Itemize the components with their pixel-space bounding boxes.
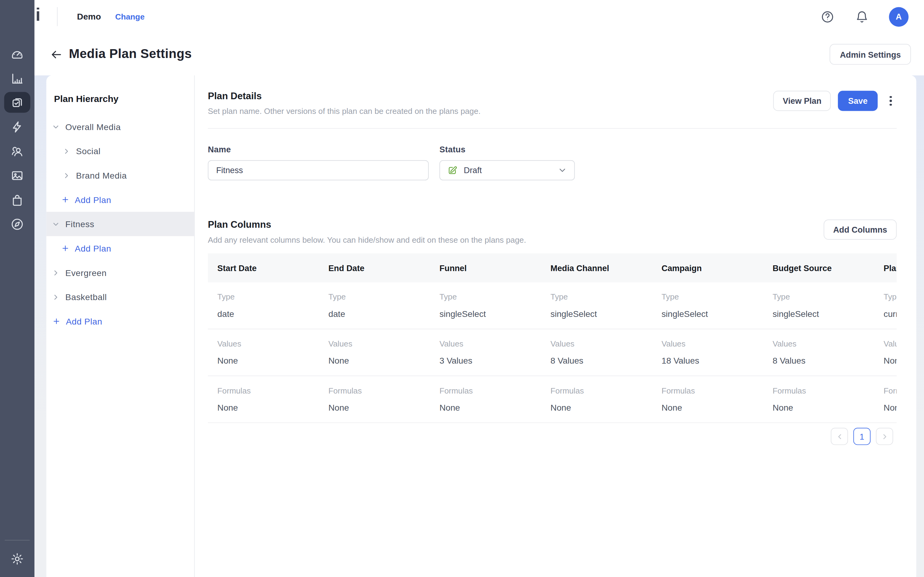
status-label: Status (439, 145, 575, 154)
plan-columns-title: Plan Columns (208, 219, 526, 230)
chevron-down-icon (557, 166, 567, 175)
plan-columns-subtitle: Add any relevant columns below. You can … (208, 236, 526, 245)
tree-item-label: Basketball (65, 292, 107, 301)
formulas-cell[interactable]: FormulasNone (763, 376, 874, 422)
plan-hierarchy-title: Plan Hierarchy (54, 94, 194, 105)
column-header: Plann (874, 263, 897, 272)
pagination: 1 (208, 428, 893, 445)
save-button[interactable]: Save (838, 91, 878, 111)
values-cell[interactable]: Values8 Values (541, 329, 652, 376)
formulas-cell[interactable]: FormulasNone (208, 376, 319, 422)
type-cell[interactable]: Typedate (319, 282, 430, 329)
type-cell[interactable]: Typecurre (874, 282, 897, 329)
tree-item-social[interactable]: Social (47, 139, 194, 163)
values-cell[interactable]: Values18 Values (652, 329, 763, 376)
plus-icon (52, 317, 60, 326)
status-value: Draft (464, 166, 482, 175)
tree-item-evergreen[interactable]: Evergreen (47, 260, 194, 285)
column-header: Media Channel (541, 263, 652, 272)
nav-rail (0, 0, 34, 577)
topbar-divider (57, 7, 57, 26)
values-cell[interactable]: ValuesNone (874, 329, 897, 376)
tree-item-overall-media[interactable]: Overall Media (47, 114, 194, 139)
app-window: alli Demo Change A (0, 0, 924, 577)
tree-item-fitness-selected[interactable]: Fitness (47, 212, 194, 236)
values-cell[interactable]: Values3 Values (430, 329, 541, 376)
chevron-down-icon[interactable] (52, 122, 60, 131)
user-avatar[interactable]: A (889, 7, 908, 26)
tree-item-label: Social (76, 146, 100, 156)
add-plan-label: Add Plan (75, 243, 111, 253)
add-columns-button[interactable]: Add Columns (824, 219, 897, 240)
draft-pencil-icon (447, 165, 458, 176)
automation-lightning-icon[interactable] (0, 114, 34, 139)
add-plan-nested-button[interactable]: Add Plan (47, 236, 194, 260)
page-header: Media Plan Settings Admin Settings (0, 33, 924, 76)
plus-icon (61, 195, 69, 204)
type-cell[interactable]: TypesingleSelect (430, 282, 541, 329)
tree-item-label: Brand Media (76, 171, 127, 180)
active-nav-pill (4, 92, 31, 113)
table-row-values: ValuesNone ValuesNone Values3 Values Val… (208, 329, 897, 376)
plan-name-input[interactable] (208, 160, 429, 181)
content-area: Plan Hierarchy Overall Media Social (0, 76, 924, 577)
pagination-page-1[interactable]: 1 (853, 428, 871, 445)
values-cell[interactable]: ValuesNone (208, 329, 319, 376)
dashboard-icon[interactable] (0, 42, 34, 66)
chevron-right-icon[interactable] (52, 268, 60, 277)
column-header: Budget Source (763, 263, 874, 272)
formulas-cell[interactable]: FormulasNone (652, 376, 763, 422)
tree-item-brand-media[interactable]: Brand Media (47, 163, 194, 187)
formulas-cell[interactable]: FormulasNone (541, 376, 652, 422)
notifications-bell-icon[interactable] (855, 10, 869, 24)
table-header-row: Start Date End Date Funnel Media Channel… (208, 253, 897, 282)
view-plan-button[interactable]: View Plan (773, 91, 831, 111)
section-divider (208, 128, 897, 129)
analytics-icon[interactable] (0, 66, 34, 90)
creative-image-icon[interactable] (0, 163, 34, 187)
values-cell[interactable]: Values8 Values (763, 329, 874, 376)
column-header: Campaign (652, 263, 763, 272)
table-row-formulas: FormulasNone FormulasNone FormulasNone F… (208, 376, 897, 423)
plan-hierarchy-panel: Plan Hierarchy Overall Media Social (47, 76, 195, 577)
back-arrow-icon[interactable] (50, 48, 63, 61)
chevron-right-icon[interactable] (62, 147, 71, 155)
formulas-cell[interactable]: FormulasNone (430, 376, 541, 422)
plus-icon (61, 244, 69, 253)
add-plan-nested-button[interactable]: Add Plan (47, 187, 194, 212)
chevron-right-icon[interactable] (62, 171, 71, 179)
audiences-users-icon[interactable] (0, 139, 34, 163)
status-dropdown[interactable]: Draft (439, 160, 575, 181)
tree-item-basketball[interactable]: Basketball (47, 285, 194, 309)
column-header: Start Date (208, 263, 319, 272)
type-cell[interactable]: TypesingleSelect (763, 282, 874, 329)
type-cell[interactable]: Typedate (208, 282, 319, 329)
tree-item-label: Overall Media (65, 122, 121, 131)
sidebar-divider (5, 540, 30, 541)
plan-details-subtitle: Set plan name. Other versions of this pl… (208, 107, 481, 116)
settings-gear-icon[interactable] (0, 546, 34, 571)
more-options-kebab-icon[interactable] (885, 91, 897, 111)
plan-details-title: Plan Details (208, 91, 481, 102)
formulas-cell[interactable]: FormulasNone (874, 376, 897, 422)
plans-icon-active[interactable] (0, 90, 34, 114)
type-cell[interactable]: TypesingleSelect (541, 282, 652, 329)
values-cell[interactable]: ValuesNone (319, 329, 430, 376)
shopping-bag-icon[interactable] (0, 187, 34, 212)
add-plan-root-button[interactable]: Add Plan (47, 309, 194, 334)
change-workspace-link[interactable]: Change (115, 12, 145, 21)
pagination-next-icon[interactable] (876, 428, 893, 445)
formulas-cell[interactable]: FormulasNone (319, 376, 430, 422)
explore-compass-icon[interactable] (0, 212, 34, 236)
add-plan-label: Add Plan (75, 195, 111, 204)
column-header: Funnel (430, 263, 541, 272)
workspace-name: Demo (77, 12, 101, 21)
topbar: alli Demo Change A (0, 0, 924, 33)
help-icon[interactable] (820, 10, 835, 24)
chevron-down-icon[interactable] (52, 220, 60, 228)
name-label: Name (208, 145, 429, 154)
admin-settings-button[interactable]: Admin Settings (830, 44, 911, 65)
pagination-prev-icon[interactable] (831, 428, 848, 445)
type-cell[interactable]: TypesingleSelect (652, 282, 763, 329)
chevron-right-icon[interactable] (52, 293, 60, 301)
